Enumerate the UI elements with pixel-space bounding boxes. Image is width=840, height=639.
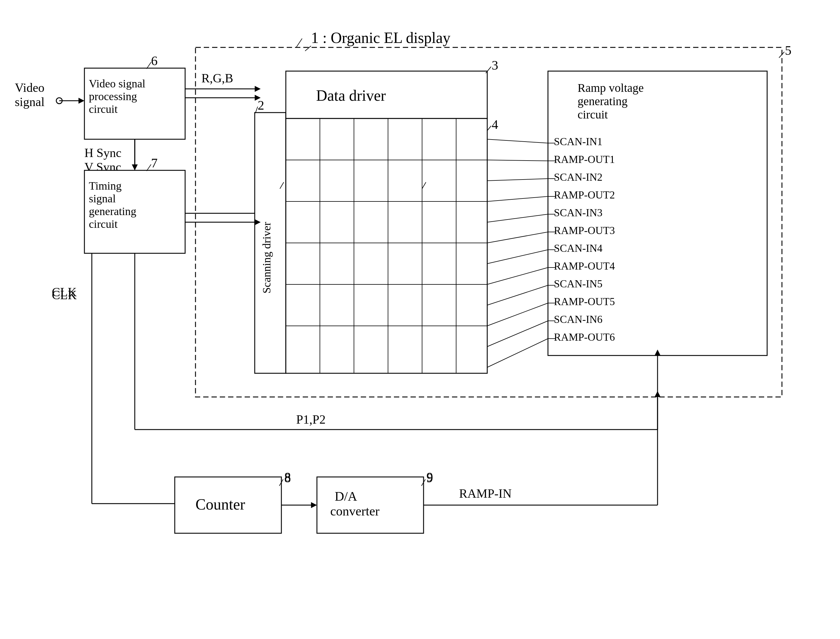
- svg-text:circuit: circuit: [89, 218, 118, 230]
- svg-text:processing: processing: [89, 90, 137, 102]
- ramp-out3-label: RAMP-OUT3: [554, 224, 615, 237]
- scan-in6-label: SCAN-IN6: [554, 313, 602, 325]
- scan-in4-label: SCAN-IN4: [554, 242, 602, 254]
- ramp-in-label: RAMP-IN: [459, 487, 511, 500]
- data-driver-label: Data driver: [316, 87, 386, 104]
- svg-text:converter: converter: [330, 504, 380, 518]
- svg-text:9: 9: [427, 471, 433, 485]
- da-converter-label: D/A: [335, 489, 357, 504]
- ref7-label: 7: [151, 156, 157, 170]
- svg-text:circuit: circuit: [578, 108, 608, 121]
- p1p2-label: P1,P2: [296, 413, 326, 426]
- svg-text:signal: signal: [89, 192, 116, 205]
- hsync-label: H Sync: [84, 146, 121, 160]
- diagram-container: 1 : Organic EL display 5 Video signal Vi…: [0, 0, 840, 639]
- ref4-label: 4: [492, 117, 498, 132]
- svg-text:signal: signal: [15, 95, 44, 109]
- scanning-driver-label: Scanning driver: [260, 222, 273, 294]
- rgb-label: R,G,B: [202, 72, 233, 85]
- ramp-out1-label: RAMP-OUT1: [554, 153, 615, 165]
- scan-in1-label: SCAN-IN1: [554, 136, 602, 148]
- svg-rect-35: [286, 119, 487, 373]
- svg-text:generating: generating: [578, 94, 628, 108]
- scan-in2-label: SCAN-IN2: [554, 171, 602, 183]
- ramp-voltage-label: Ramp voltage: [578, 81, 644, 94]
- title-label: 1 : Organic EL display: [311, 29, 451, 46]
- ramp-out2-label: RAMP-OUT2: [554, 189, 615, 201]
- scan-in3-label: SCAN-IN3: [554, 207, 602, 219]
- svg-text:circuit: circuit: [89, 103, 118, 115]
- ramp-out4-label: RAMP-OUT4: [554, 260, 615, 272]
- svg-text:generating: generating: [89, 205, 136, 218]
- counter-label: Counter: [195, 496, 245, 513]
- svg-text:8: 8: [284, 471, 291, 485]
- scan-in5-label: SCAN-IN5: [554, 278, 602, 290]
- ramp-out6-label: RAMP-OUT6: [554, 331, 615, 343]
- video-signal-label: Video: [15, 81, 44, 94]
- vsp-label: Video signal: [89, 77, 145, 90]
- ref3-label: 3: [492, 58, 498, 73]
- ref2-label: 2: [258, 98, 264, 113]
- ramp-out5-label: RAMP-OUT5: [554, 296, 615, 307]
- clk-label2: CLK: [52, 288, 77, 302]
- timing-label: Timing: [89, 180, 122, 192]
- ref5-label: 5: [785, 43, 791, 58]
- ref6-label: 6: [151, 54, 157, 68]
